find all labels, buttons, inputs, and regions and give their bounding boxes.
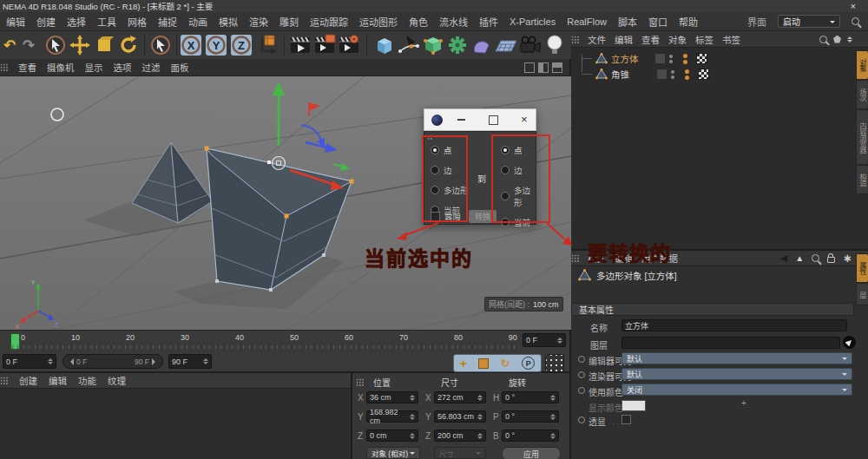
key-position-toggle[interactable]: + <box>460 359 467 368</box>
render-view-button[interactable] <box>288 33 312 57</box>
radio-icon[interactable] <box>431 146 439 154</box>
timeline-frame-box[interactable]: 0 F <box>523 333 566 347</box>
maximize-icon[interactable] <box>489 115 498 125</box>
radio-icon[interactable] <box>501 192 510 200</box>
menu-motion-tracker[interactable]: 运动跟踪 <box>310 15 348 29</box>
visibility-dots-icon[interactable] <box>671 70 674 79</box>
timeline-ruler[interactable]: 0 10 20 30 40 50 60 70 80 90 0 F <box>0 330 571 351</box>
layer-chip-icon[interactable] <box>654 53 666 64</box>
viewport-menu-panel[interactable]: 面板 <box>171 61 189 74</box>
menu-create[interactable]: 创建 <box>36 15 56 29</box>
add-camera-button[interactable] <box>518 33 542 57</box>
viewport-menu-filter[interactable]: 过滤 <box>142 61 161 74</box>
layer-field[interactable] <box>621 337 840 349</box>
om-menu-objects[interactable]: 对象 <box>668 33 687 46</box>
dialog-titlebar[interactable]: × <box>424 108 536 131</box>
add-generator-button[interactable] <box>421 33 445 57</box>
menu-script[interactable]: 脚本 <box>618 15 637 29</box>
attr-search-icon[interactable] <box>812 254 819 262</box>
side-tab-content-browser[interactable]: 内容浏览器 <box>856 109 868 165</box>
attr-menu-userdata[interactable]: 用户数据 <box>641 252 678 265</box>
object-name[interactable]: 角锥 <box>611 68 629 81</box>
menu-select[interactable]: 选择 <box>67 15 86 29</box>
object-name[interactable]: 立方体 <box>611 52 639 65</box>
menu-character[interactable]: 角色 <box>409 15 428 29</box>
menu-pipeline[interactable]: 流水线 <box>439 15 468 29</box>
polygon-object-icon[interactable] <box>595 53 608 64</box>
coordinate-system-button[interactable] <box>256 33 280 57</box>
minimize-icon[interactable] <box>457 119 465 121</box>
size-x-field[interactable]: 272 cm <box>434 391 486 403</box>
panel-dock-icon[interactable] <box>0 377 8 384</box>
phong-tag-icon[interactable] <box>696 53 707 64</box>
key-rotation-toggle[interactable]: ↻ <box>501 357 510 370</box>
undo-icon[interactable]: ↶ <box>0 33 19 57</box>
last-used-tool[interactable] <box>148 33 173 57</box>
menu-realflow[interactable]: RealFlow <box>567 16 607 27</box>
viewport-menu-display[interactable]: 显示 <box>85 61 103 74</box>
scale-tool[interactable] <box>92 33 116 57</box>
layer-chip-icon[interactable] <box>656 69 667 80</box>
spinner-icon[interactable] <box>408 433 415 439</box>
render-to-picture-viewer-button[interactable] <box>312 33 337 57</box>
menu-snap[interactable]: 捕捉 <box>158 15 177 29</box>
spinner-icon[interactable] <box>476 395 483 401</box>
current-frame-field[interactable]: 0 F <box>3 354 56 369</box>
end-frame-field[interactable]: 90 F <box>168 354 212 369</box>
spinner-icon[interactable] <box>556 338 562 344</box>
polygon-object-icon[interactable] <box>595 69 608 80</box>
menu-window[interactable]: 窗口 <box>648 15 667 29</box>
add-cube-primitive-button[interactable] <box>372 33 397 57</box>
side-tab-objects[interactable]: 对象 <box>856 50 868 80</box>
render-settings-button[interactable] <box>337 33 361 57</box>
visibility-dots-icon[interactable] <box>669 55 673 63</box>
renderer-visible-dropdown[interactable]: 默认 <box>621 368 852 380</box>
rot-h-field[interactable]: 0 ° <box>502 391 559 403</box>
om-path-filter-icon[interactable] <box>833 36 841 43</box>
menu-mograph[interactable]: 运动图形 <box>359 15 398 29</box>
viewport-menu-cameras[interactable]: 摄像机 <box>47 61 75 74</box>
viewport-menu-options[interactable]: 选项 <box>114 61 132 74</box>
pos-x-field[interactable]: 36 cm <box>366 391 418 403</box>
size-z-field[interactable]: 200 cm <box>434 429 486 442</box>
range-right-arrow-icon[interactable] <box>152 358 159 365</box>
target-option-current[interactable]: 当前 <box>501 216 536 228</box>
radio-icon[interactable] <box>501 166 510 174</box>
spinner-icon[interactable] <box>408 395 415 401</box>
spinner-icon[interactable] <box>46 358 53 364</box>
enable-dots-icon[interactable] <box>685 69 689 80</box>
om-menu-tags[interactable]: 标签 <box>695 33 713 46</box>
spinner-icon[interactable] <box>549 433 556 439</box>
add-environment-button[interactable] <box>494 33 518 57</box>
panel-dock-icon[interactable] <box>571 254 579 262</box>
enable-dots-icon[interactable] <box>683 54 687 64</box>
dialog-dock-icon[interactable] <box>427 134 433 141</box>
add-deformer-button[interactable] <box>445 33 470 57</box>
keyframe-dot-icon[interactable] <box>578 387 585 394</box>
pos-z-field[interactable]: 0 cm <box>366 429 418 442</box>
source-option-edge[interactable]: 边 <box>431 164 469 176</box>
target-option-edge[interactable]: 边 <box>501 164 536 176</box>
source-option-polygon[interactable]: 多边形 <box>431 184 469 196</box>
om-menu-edit[interactable]: 编辑 <box>615 33 633 46</box>
lock-x-axis-button[interactable]: X <box>181 35 201 56</box>
source-option-point[interactable]: 点 <box>431 144 469 156</box>
rot-p-field[interactable]: 0 ° <box>502 410 559 423</box>
lock-z-axis-button[interactable]: Z <box>231 35 252 56</box>
menu-mesh[interactable]: 网格 <box>128 15 147 29</box>
add-spline-pen-button[interactable] <box>397 33 421 57</box>
spinner-icon[interactable] <box>549 414 556 420</box>
spinner-icon[interactable] <box>201 358 208 364</box>
attr-menu-edit[interactable]: 编辑 <box>615 252 633 265</box>
target-option-polygon[interactable]: 多边形 <box>501 184 536 208</box>
lock-y-axis-button[interactable]: Y <box>206 35 227 56</box>
interface-dropdown[interactable]: 启动 <box>778 15 840 28</box>
side-tab-layers[interactable]: 层 <box>856 283 868 305</box>
menu-animate[interactable]: 动画 <box>188 15 207 29</box>
gizmo-center-handle[interactable] <box>273 157 286 170</box>
live-selection-tool[interactable] <box>43 33 68 57</box>
side-tab-attributes[interactable]: 属性 <box>856 253 868 283</box>
key-parameter-toggle[interactable]: P <box>522 357 535 370</box>
menu-edit[interactable]: 编辑 <box>6 15 25 29</box>
phong-tag-icon[interactable] <box>698 69 709 80</box>
